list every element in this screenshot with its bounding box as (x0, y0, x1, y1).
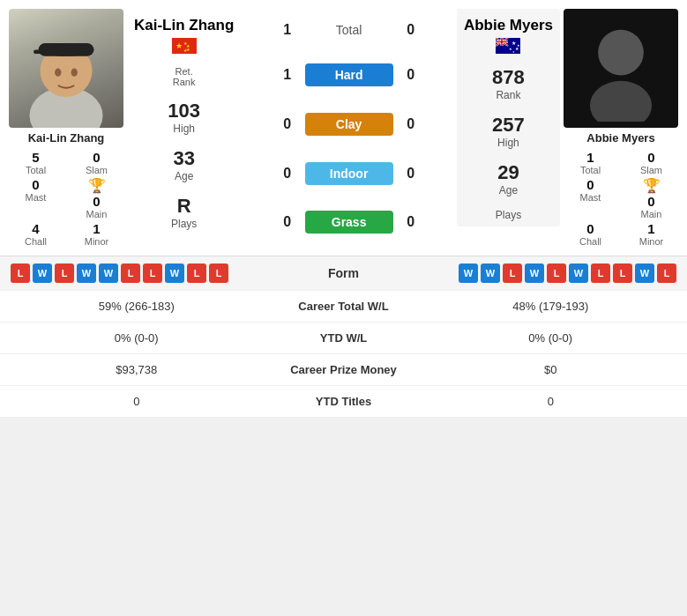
indoor-row: 0 Indoor 0 (246, 162, 452, 185)
stats-row-center-3: YTD Titles (256, 395, 432, 408)
svg-rect-3 (39, 43, 94, 56)
stats-row-left-3: 0 (18, 395, 256, 408)
grass-right-score: 0 (400, 214, 422, 230)
left-name-header: Kai-Lin Zhang ★ ★ ★ ★ ★ (134, 18, 234, 54)
grass-row: 0 Grass 0 (246, 211, 452, 234)
stats-row-center-1: YTD W/L (256, 331, 432, 345)
right-player-photo (564, 9, 678, 128)
left-high-stat: 103 High (168, 100, 200, 135)
svg-point-29 (590, 80, 652, 121)
right-form-badge-w: W (569, 263, 588, 283)
total-right-score: 0 (400, 22, 422, 38)
stats-row-right-2: $0 (432, 363, 670, 376)
right-form-badge-l: L (613, 263, 632, 283)
left-flag-cn: ★ ★ ★ ★ ★ (172, 38, 197, 54)
hard-right-score: 0 (400, 67, 422, 83)
indoor-left-score: 0 (277, 166, 298, 182)
stats-row-2: $93,738Career Prize Money$0 (0, 353, 687, 385)
right-chall-cell: 0 Chall (564, 221, 617, 247)
right-slam-cell: 0 Slam (624, 150, 678, 175)
stats-row-right-1: 0% (0-0) (432, 331, 670, 345)
left-player-bg (9, 9, 123, 128)
total-row: 1 Total 0 (246, 22, 452, 38)
left-form-badge-w: W (165, 263, 184, 283)
left-player-stats-grid: 5 Total 0 Slam 0 Mast 🏆 0 Main (9, 150, 123, 247)
left-total-lbl: Total (26, 165, 46, 175)
right-trophy-icon: 🏆 (643, 177, 661, 194)
right-chall-val: 0 (586, 221, 594, 236)
stats-row-1: 0% (0-0)YTD W/L0% (0-0) (0, 322, 687, 353)
svg-point-28 (598, 29, 644, 75)
grass-label: Grass (305, 211, 393, 234)
right-flag-au: ★ ★ ★ ★ ★ (496, 38, 520, 54)
stats-row-3: 0YTD Titles0 (0, 385, 687, 417)
grass-left-score: 0 (277, 214, 298, 230)
left-high-lbl: High (168, 122, 200, 135)
form-label: Form (228, 266, 459, 280)
right-player-name: Abbie Myers (586, 131, 654, 145)
right-mid-stats: Abbie Myers ★ ★ ★ ★ ★ 87 (457, 9, 560, 226)
indoor-right-score: 0 (400, 166, 422, 182)
stats-row-center-0: Career Total W/L (256, 300, 432, 313)
left-trophy-icon: 🏆 (88, 177, 106, 194)
top-row: Kai-Lin Zhang 5 Total 0 Slam 0 Mast (0, 0, 687, 256)
right-mast-cell: 0 Mast (564, 177, 617, 219)
right-form-badges: WWLWLWLLWL (459, 263, 676, 283)
right-rank-stat: 878 Rank (492, 66, 525, 101)
right-high-stat: 257 High (492, 114, 525, 149)
right-name-label: Abbie Myers (464, 18, 553, 34)
stats-row-0: 59% (266-183)Career Total W/L48% (179-19… (0, 290, 687, 322)
stats-rows: 59% (266-183)Career Total W/L48% (179-19… (0, 290, 687, 417)
right-chall-lbl: Chall (579, 236, 601, 247)
hard-label: Hard (305, 63, 393, 86)
right-form-badge-l: L (657, 263, 676, 283)
left-minor-val: 1 (93, 221, 100, 236)
svg-text:★: ★ (512, 50, 515, 54)
right-age-val: 29 (497, 161, 519, 184)
left-minor-lbl: Minor (85, 236, 109, 247)
left-form-badge-w: W (77, 263, 96, 283)
left-player-photo (9, 9, 123, 128)
clay-right-score: 0 (400, 116, 422, 132)
right-high-lbl: High (492, 137, 525, 149)
right-mast-lbl: Mast (580, 192, 601, 203)
left-chall-cell: 4 Chall (9, 221, 63, 247)
right-form-badge-w: W (525, 263, 544, 283)
left-plays-val: R (171, 195, 197, 218)
left-total-cell: 5 Total (9, 150, 63, 175)
left-total-val: 5 (32, 150, 39, 165)
stats-row-left-2: $93,738 (18, 363, 256, 376)
right-slam-val: 0 (647, 150, 654, 165)
left-form-badge-l: L (121, 263, 140, 283)
right-age-lbl: Age (497, 184, 519, 197)
total-left-score: 1 (277, 22, 298, 38)
left-slam-lbl: Slam (86, 165, 108, 175)
left-form-badges: LWLWWLLWLL (11, 263, 228, 283)
right-plays-lbl: Plays (496, 209, 521, 221)
left-form-badge-l: L (209, 263, 228, 283)
hard-left-score: 1 (277, 67, 298, 83)
left-form-badge-l: L (187, 263, 206, 283)
total-label: Total (305, 23, 393, 37)
clay-row: 0 Clay 0 (246, 113, 452, 136)
left-high-val: 103 (168, 100, 200, 122)
right-minor-val: 1 (647, 221, 654, 236)
left-mast-val: 0 (32, 177, 39, 192)
main-container: Kai-Lin Zhang 5 Total 0 Slam 0 Mast (0, 0, 687, 417)
center-comparison: 1 Total 0 1 Hard 0 0 Clay 0 0 Indoor 0 (243, 9, 455, 247)
right-rank-lbl: Rank (492, 89, 525, 101)
right-main-val: 0 (647, 194, 654, 209)
svg-point-5 (55, 69, 61, 77)
right-form-badge-l: L (591, 263, 610, 283)
stats-row-center-2: Career Prize Money (256, 363, 432, 376)
clay-label: Clay (305, 113, 393, 136)
left-player-silhouette (13, 22, 119, 128)
right-form-badge-w: W (459, 263, 478, 283)
svg-text:★: ★ (517, 43, 520, 48)
right-player-image-col: Abbie Myers 1 Total 0 Slam 0 Mast (564, 9, 678, 247)
right-mast-val: 0 (586, 177, 594, 192)
right-main-lbl: Main (641, 209, 662, 219)
indoor-label: Indoor (305, 162, 393, 185)
left-name-label: Kai-Lin Zhang (134, 17, 234, 33)
left-slam-val: 0 (93, 150, 100, 165)
